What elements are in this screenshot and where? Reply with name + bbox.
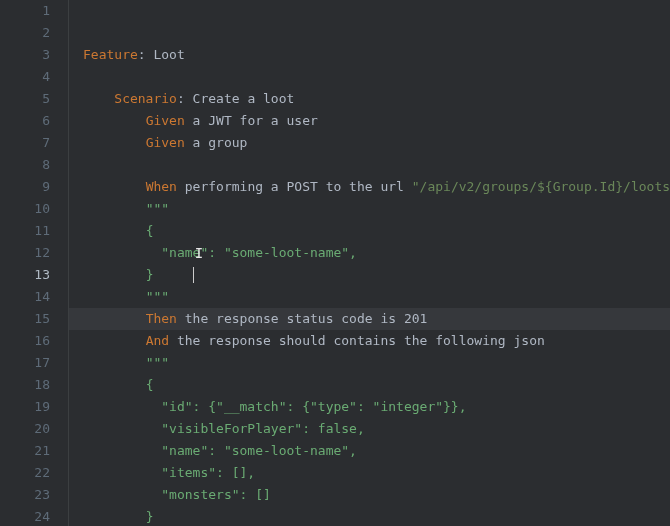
code-line[interactable]: } — [69, 506, 670, 526]
line-number: 20 — [0, 418, 68, 440]
gherkin-keyword: Scenario — [114, 91, 177, 106]
line-number: 9 — [0, 176, 68, 198]
docstring-body: """ — [146, 355, 169, 370]
code-line[interactable]: "name": "some-loot-name", — [69, 440, 670, 462]
gherkin-keyword: When — [146, 179, 177, 194]
code-editor[interactable]: 1234567891011121314151617181920212223242… — [0, 0, 670, 526]
docstring-body: "monsters": [] — [146, 487, 271, 502]
code-line[interactable]: And the response should contains the fol… — [69, 330, 670, 352]
step-text: the response should contains the followi… — [169, 333, 545, 348]
step-text: Create a loot — [193, 91, 295, 106]
line-number: 5 — [0, 88, 68, 110]
code-line[interactable]: """ — [69, 352, 670, 374]
code-line[interactable]: "name": "some-loot-name", — [69, 242, 670, 264]
line-number: 4 — [0, 66, 68, 88]
docstring-body: { — [146, 377, 154, 392]
line-number: 10 — [0, 198, 68, 220]
line-number: 3 — [0, 44, 68, 66]
line-number: 16 — [0, 330, 68, 352]
string-literal: "/api/v2/groups/${Group.Id}/loots" — [412, 179, 670, 194]
line-number: 7 — [0, 132, 68, 154]
step-text: a JWT for a user — [185, 113, 318, 128]
separator: : — [177, 91, 193, 106]
line-number: 14 — [0, 286, 68, 308]
code-line[interactable] — [69, 154, 670, 176]
code-line[interactable]: Feature: Loot — [69, 44, 670, 66]
docstring-body: } — [146, 509, 154, 524]
line-number: 1 — [0, 0, 68, 22]
code-line[interactable]: Then the response status code is 201 — [69, 308, 670, 330]
line-number: 11 — [0, 220, 68, 242]
code-line[interactable]: "id": {"__match": {"type": "integer"}}, — [69, 396, 670, 418]
code-line[interactable] — [69, 66, 670, 88]
code-line[interactable]: """ — [69, 286, 670, 308]
line-number: 15 — [0, 308, 68, 330]
separator: : — [138, 47, 154, 62]
line-number: 19 — [0, 396, 68, 418]
step-text: the response status code is 201 — [177, 311, 427, 326]
gherkin-keyword: And — [146, 333, 169, 348]
code-line[interactable]: "monsters": [] — [69, 484, 670, 506]
code-line[interactable]: """ — [69, 198, 670, 220]
step-text: performing a POST to the url — [177, 179, 412, 194]
code-line[interactable]: "visibleForPlayer": false, — [69, 418, 670, 440]
code-line[interactable]: { — [69, 220, 670, 242]
line-number: 21 — [0, 440, 68, 462]
gherkin-keyword: Given — [146, 113, 185, 128]
line-number-gutter: 1234567891011121314151617181920212223242… — [0, 0, 69, 526]
line-number: 18 — [0, 374, 68, 396]
step-text: a group — [185, 135, 248, 150]
docstring-body: "name": "some-loot-name", — [146, 443, 357, 458]
gherkin-keyword: Feature — [83, 47, 138, 62]
line-number: 8 — [0, 154, 68, 176]
gherkin-keyword: Then — [146, 311, 177, 326]
line-number: 2 — [0, 22, 68, 44]
line-number: 23 — [0, 484, 68, 506]
gherkin-keyword: Given — [146, 135, 185, 150]
docstring-body: "items": [], — [146, 465, 256, 480]
code-line[interactable]: "items": [], — [69, 462, 670, 484]
docstring-body: { — [146, 223, 154, 238]
docstring-body: """ — [146, 201, 169, 216]
code-line[interactable]: Given a JWT for a user — [69, 110, 670, 132]
docstring-body: """ — [146, 289, 169, 304]
line-number: 22 — [0, 462, 68, 484]
line-number: 17 — [0, 352, 68, 374]
line-number: 6 — [0, 110, 68, 132]
docstring-body: "visibleForPlayer": false, — [146, 421, 365, 436]
code-line[interactable]: When performing a POST to the url "/api/… — [69, 176, 670, 198]
docstring-body: "name": "some-loot-name", — [146, 245, 357, 260]
docstring-body: "id": {"__match": {"type": "integer"}}, — [146, 399, 467, 414]
line-number: 24 — [0, 506, 68, 526]
line-number: 12 — [0, 242, 68, 264]
code-line[interactable]: Given a group — [69, 132, 670, 154]
line-number: 13 — [0, 264, 68, 286]
code-line[interactable]: { — [69, 374, 670, 396]
step-text: Loot — [153, 47, 184, 62]
code-area[interactable]: Feature: Loot Scenario: Create a loot Gi… — [69, 0, 670, 526]
code-line[interactable]: } — [69, 264, 670, 286]
docstring-body: } — [146, 267, 154, 282]
code-line[interactable]: Scenario: Create a loot — [69, 88, 670, 110]
